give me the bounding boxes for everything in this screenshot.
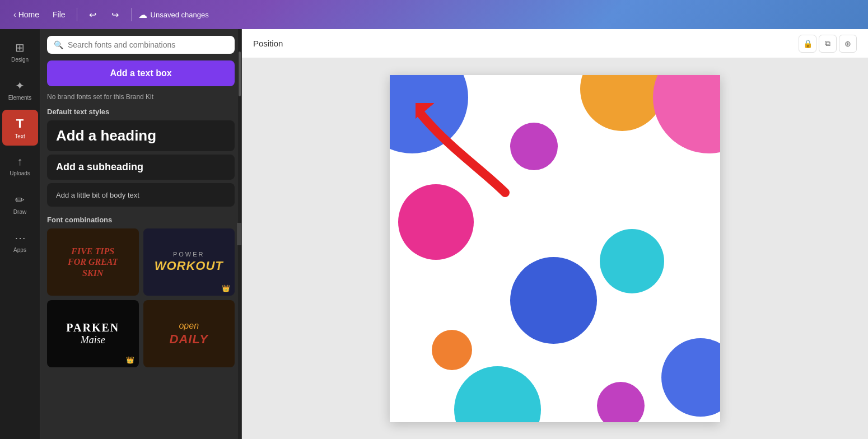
open-text: open [179, 321, 199, 331]
combo-five-tips-content: FIVE TIPSFOR GREATSKIN [68, 246, 118, 278]
crown-badge: 👑 [222, 284, 230, 292]
circle-purple [510, 123, 558, 170]
search-icon: 🔍 [54, 40, 63, 49]
body-style-item[interactable]: Add a little bit of body text [47, 183, 235, 207]
scrollbar-thumb[interactable] [239, 52, 241, 96]
sidebar-icons: ⊞ Design ✦ Elements T Text ↑ Uploads ✏ D… [0, 29, 40, 439]
panel-content: No brand fonts set for this Brand Kit De… [40, 91, 241, 439]
sidebar-item-apps[interactable]: ⋯ Apps [2, 224, 38, 260]
circle-purple-bottom [597, 382, 645, 422]
circle-blue-topleft [390, 75, 468, 153]
canvas-area: Position 🔒 ⧉ ⊕ [242, 29, 868, 439]
sidebar-item-design[interactable]: ⊞ Design [2, 34, 38, 69]
circle-cyan-right [600, 229, 664, 293]
combo-parken-maise[interactable]: PARKEN Maise 👑 [47, 300, 139, 367]
text-label: Text [15, 133, 25, 139]
circle-orange-small [432, 330, 472, 370]
font-combinations-grid: FIVE TIPSFOR GREATSKIN POWER WORKOUT 👑 P… [47, 228, 235, 367]
circle-pink-topright [653, 75, 720, 153]
elements-label: Elements [8, 95, 32, 101]
left-panel: 🔍 Add a text box ‹ No brand fonts set fo… [40, 29, 242, 439]
uploads-label: Uploads [10, 170, 30, 176]
font-combinations-section: Font combinations FIVE TIPSFOR GREATSKIN… [47, 216, 235, 367]
search-box: 🔍 [47, 36, 235, 54]
add-textbox-button[interactable]: Add a text box [47, 60, 235, 86]
lock-button[interactable]: 🔒 [799, 35, 816, 53]
main-layout: ⊞ Design ✦ Elements T Text ↑ Uploads ✏ D… [0, 29, 868, 439]
heading-style-item[interactable]: Add a heading [47, 120, 235, 151]
topbar: ‹ Home File ↩ ↪ ☁ Unsaved changes [0, 0, 868, 29]
chevron-left-icon: ‹ [13, 10, 16, 19]
search-input[interactable] [68, 40, 228, 49]
parken-text: PARKEN [66, 321, 119, 334]
design-label: Design [11, 57, 29, 63]
default-styles-title: Default text styles [47, 108, 235, 116]
combo-power-workout[interactable]: POWER WORKOUT 👑 [143, 228, 235, 296]
circle-blue-center [510, 257, 597, 344]
unsaved-label: Unsaved changes [151, 11, 209, 19]
file-button[interactable]: File [48, 8, 70, 21]
unsaved-status: ☁ Unsaved changes [138, 10, 209, 20]
topbar-left: ‹ Home File ↩ ↪ ☁ Unsaved changes [9, 6, 209, 24]
uploads-icon: ↑ [17, 155, 23, 168]
redo-button[interactable]: ↪ [106, 6, 124, 24]
font-combinations-title: Font combinations [47, 216, 235, 224]
redo-icon: ↪ [111, 10, 119, 20]
circle-magenta [398, 184, 474, 260]
subheading-style-item[interactable]: Add a subheading [47, 155, 235, 180]
design-icon: ⊞ [15, 41, 25, 54]
combo-open-daily[interactable]: open DAILY [143, 300, 235, 367]
text-icon: T [16, 116, 24, 131]
canvas-toolbar: Position 🔒 ⧉ ⊕ [242, 29, 868, 58]
copy-icon: ⧉ [825, 39, 830, 48]
topbar-divider-2 [131, 8, 132, 21]
canvas-toolbar-icons: 🔒 ⧉ ⊕ [799, 35, 857, 53]
daily-text: DAILY [170, 332, 208, 347]
home-label: Home [18, 10, 39, 19]
back-button[interactable]: ‹ Home [9, 8, 44, 21]
circle-cyan-bottom [454, 366, 541, 422]
subheading-label: Add a subheading [56, 161, 143, 172]
sidebar-item-text[interactable]: T Text [2, 110, 38, 146]
draw-label: Draw [13, 209, 26, 215]
apps-icon: ⋯ [15, 231, 26, 245]
position-title: Position [253, 39, 794, 48]
brand-note: No brand fonts set for this Brand Kit [47, 91, 235, 108]
collapse-handle[interactable]: ‹ [237, 223, 242, 245]
circle-blue-right [661, 338, 720, 417]
lock-icon: 🔒 [803, 39, 813, 48]
topbar-divider [77, 8, 77, 21]
sidebar-item-elements[interactable]: ✦ Elements [2, 72, 38, 108]
file-label: File [53, 10, 66, 19]
five-tips-text: FIVE TIPSFOR GREATSKIN [68, 246, 118, 278]
circle-orange-top [580, 75, 664, 131]
add-icon: ⊕ [844, 39, 851, 48]
crown-badge-2: 👑 [126, 356, 134, 364]
sidebar-item-uploads[interactable]: ↑ Uploads [2, 148, 38, 184]
elements-icon: ✦ [15, 79, 25, 92]
search-container: 🔍 [40, 29, 241, 58]
canvas-viewport [242, 58, 868, 439]
undo-icon: ↩ [89, 10, 96, 20]
cloud-icon: ☁ [138, 10, 147, 20]
add-button[interactable]: ⊕ [839, 35, 857, 53]
workout-text: WORKOUT [155, 259, 223, 273]
combo-five-tips[interactable]: FIVE TIPSFOR GREATSKIN [47, 228, 139, 296]
undo-button[interactable]: ↩ [84, 6, 102, 24]
copy-button[interactable]: ⧉ [819, 35, 837, 53]
sidebar-item-draw[interactable]: ✏ Draw [2, 186, 38, 222]
design-canvas[interactable] [390, 75, 720, 422]
body-label: Add a little bit of body text [56, 191, 139, 199]
heading-label: Add a heading [56, 127, 156, 144]
maise-text: Maise [81, 334, 105, 346]
power-text: POWER [173, 251, 205, 258]
apps-label: Apps [13, 247, 26, 253]
draw-icon: ✏ [15, 193, 25, 207]
